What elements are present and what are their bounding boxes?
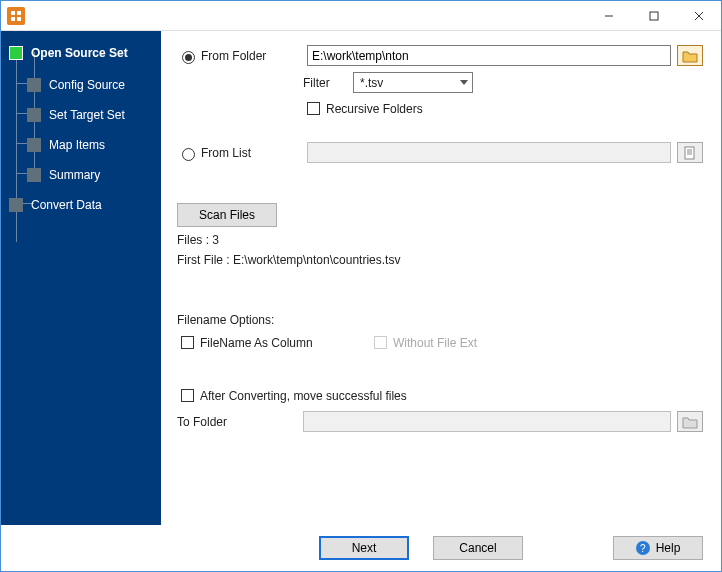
- first-file-label: First File : E:\work\temp\nton\countries…: [177, 253, 400, 267]
- browse-folder-button[interactable]: [677, 45, 703, 66]
- sidebar: Open Source Set Config Source Set Target…: [1, 31, 161, 525]
- sidebar-item-convert-data[interactable]: Convert Data: [1, 191, 161, 219]
- next-button[interactable]: Next: [319, 536, 409, 560]
- file-icon: [683, 146, 697, 160]
- after-convert-row: After Converting, move successful files: [177, 386, 703, 405]
- nav-status-icon: [27, 138, 41, 152]
- recursive-row: Recursive Folders: [303, 99, 703, 118]
- filter-select[interactable]: *.tsv: [353, 72, 473, 93]
- from-list-row: From List: [177, 142, 703, 163]
- from-folder-row: From Folder: [177, 45, 703, 66]
- titlebar-left: [1, 7, 25, 25]
- after-convert-checkbox[interactable]: [181, 389, 194, 402]
- sidebar-item-set-target-set[interactable]: Set Target Set: [1, 101, 161, 129]
- first-file-row: First File : E:\work\temp\nton\countries…: [177, 253, 703, 267]
- sidebar-item-map-items[interactable]: Map Items: [1, 131, 161, 159]
- filename-options-row: FileName As Column Without File Ext: [177, 333, 703, 352]
- filename-as-column-label: FileName As Column: [200, 336, 370, 350]
- files-count-label: Files : 3: [177, 233, 219, 247]
- sidebar-item-label: Summary: [49, 168, 100, 182]
- nav-status-icon: [9, 46, 23, 60]
- titlebar: [1, 1, 721, 31]
- help-icon: ?: [636, 541, 650, 555]
- recursive-checkbox[interactable]: [307, 102, 320, 115]
- sidebar-item-label: Config Source: [49, 78, 125, 92]
- help-label: Help: [656, 541, 681, 555]
- svg-rect-5: [650, 12, 658, 20]
- sidebar-item-open-source-set[interactable]: Open Source Set: [1, 39, 161, 67]
- from-list-radio[interactable]: [182, 148, 195, 161]
- nav-status-icon: [9, 198, 23, 212]
- after-convert-label: After Converting, move successful files: [200, 389, 407, 403]
- sidebar-item-label: Set Target Set: [49, 108, 125, 122]
- svg-rect-0: [11, 11, 15, 15]
- from-list-input: [307, 142, 671, 163]
- folder-icon: [682, 415, 698, 429]
- nav-status-icon: [27, 168, 41, 182]
- help-button[interactable]: ? Help: [613, 536, 703, 560]
- chevron-down-icon: [460, 80, 468, 86]
- without-ext-checkbox: [374, 336, 387, 349]
- to-folder-label: To Folder: [177, 415, 303, 429]
- minimize-button[interactable]: [586, 2, 631, 30]
- svg-rect-3: [17, 17, 21, 21]
- files-count-row: Files : 3: [177, 233, 703, 247]
- from-folder-radio[interactable]: [182, 51, 195, 64]
- browse-to-folder-button[interactable]: [677, 411, 703, 432]
- sidebar-item-summary[interactable]: Summary: [1, 161, 161, 189]
- from-folder-input[interactable]: [307, 45, 671, 66]
- svg-rect-1: [17, 11, 21, 15]
- folder-icon: [682, 49, 698, 63]
- scan-files-button[interactable]: Scan Files: [177, 203, 277, 227]
- sidebar-item-label: Map Items: [49, 138, 105, 152]
- from-list-label: From List: [201, 146, 307, 160]
- window-controls: [586, 2, 721, 30]
- app-icon: [7, 7, 25, 25]
- nav-status-icon: [27, 78, 41, 92]
- maximize-button[interactable]: [631, 2, 676, 30]
- to-folder-row: To Folder: [177, 411, 703, 432]
- filter-label: Filter: [303, 76, 353, 90]
- body: Open Source Set Config Source Set Target…: [1, 31, 721, 525]
- filter-row: Filter *.tsv: [303, 72, 703, 93]
- close-button[interactable]: [676, 2, 721, 30]
- sidebar-item-config-source[interactable]: Config Source: [1, 71, 161, 99]
- footer: Next Cancel ? Help: [1, 525, 721, 571]
- filename-options-label: Filename Options:: [177, 313, 274, 327]
- cancel-button[interactable]: Cancel: [433, 536, 523, 560]
- filename-options-header: Filename Options:: [177, 313, 703, 327]
- without-ext-label: Without File Ext: [393, 336, 477, 350]
- filename-as-column-checkbox[interactable]: [181, 336, 194, 349]
- from-folder-label: From Folder: [201, 49, 307, 63]
- svg-rect-2: [11, 17, 15, 21]
- svg-rect-8: [685, 147, 694, 159]
- nav-status-icon: [27, 108, 41, 122]
- sidebar-item-label: Open Source Set: [31, 46, 128, 60]
- scan-row: Scan Files: [177, 203, 703, 227]
- main-panel: From Folder Filter *.tsv Recursive Folde…: [161, 31, 721, 525]
- filter-value: *.tsv: [360, 76, 383, 90]
- browse-list-button[interactable]: [677, 142, 703, 163]
- app-window: Open Source Set Config Source Set Target…: [0, 0, 722, 572]
- sidebar-item-label: Convert Data: [31, 198, 102, 212]
- to-folder-input: [303, 411, 671, 432]
- recursive-label: Recursive Folders: [326, 102, 423, 116]
